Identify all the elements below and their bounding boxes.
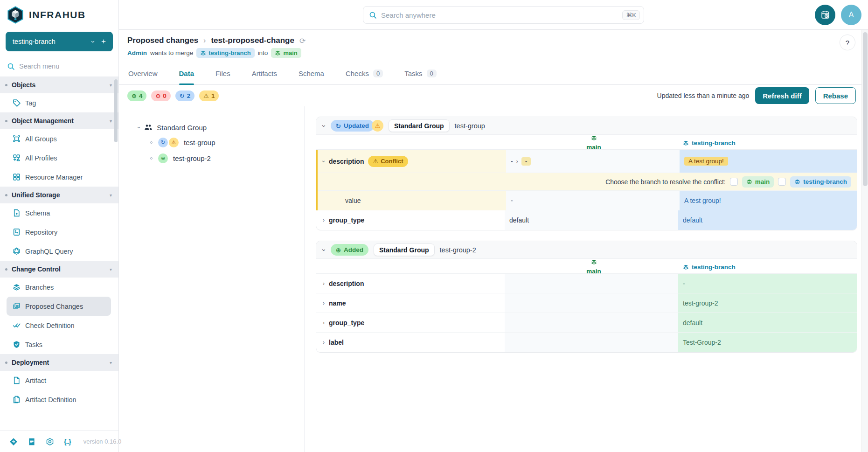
chevron-right-icon[interactable]: › <box>323 217 325 223</box>
branch-icon <box>200 50 206 56</box>
attribute-row-label[interactable]: › label Test-Group-2 <box>316 333 857 352</box>
logo[interactable]: INFRAHUB <box>0 0 118 30</box>
tab-schema[interactable]: Schema <box>299 63 324 84</box>
rebase-button[interactable]: Rebase <box>815 87 856 104</box>
avatar-initial: A <box>849 11 854 19</box>
chevron-down-icon[interactable]: › <box>321 160 326 162</box>
attribute-row-group-type[interactable]: › group_type default default <box>316 210 857 230</box>
sidebar-item-artifact-definition[interactable]: Artifact Definition <box>7 390 111 409</box>
attribute-row-group-type[interactable]: › group_type default <box>316 313 857 333</box>
author-link[interactable]: Admin <box>127 49 147 56</box>
main-option-pill[interactable]: main <box>742 176 774 188</box>
git-icon[interactable] <box>9 438 18 446</box>
column-testing-branch: testing-branch <box>678 139 857 146</box>
tab-files[interactable]: Files <box>215 63 230 84</box>
refresh-diff-button[interactable]: Refresh diff <box>755 87 809 104</box>
option-label: main <box>755 178 770 185</box>
attribute-row-description[interactable]: › description ⚠Conflict - › - A test gro… <box>318 150 857 173</box>
testing-branch-option-pill[interactable]: testing-branch <box>790 176 851 188</box>
tree-node-label: Standard Group <box>157 124 207 132</box>
main-checkbox[interactable] <box>730 178 738 186</box>
sidebar-item-label: Proposed Changes <box>25 303 83 310</box>
sidebar-item-tasks[interactable]: Tasks <box>7 335 111 354</box>
main-value-cell: - <box>506 191 680 210</box>
branch-icon <box>591 135 597 141</box>
nav-group-object-management[interactable]: Object Management ▾ <box>0 112 118 129</box>
help-button[interactable]: ? <box>840 35 855 50</box>
tab-tasks[interactable]: Tasks0 <box>404 63 437 84</box>
updated-badge-icon: ↻ <box>158 138 168 147</box>
sidebar-item-proposed-changes[interactable]: Proposed Changes <box>7 297 111 316</box>
tab-checks[interactable]: Checks0 <box>346 63 383 84</box>
chevron-right-icon[interactable]: › <box>323 281 325 286</box>
scrollbar-thumb[interactable] <box>863 32 868 186</box>
sidebar-item-check-definition[interactable]: Check Definition <box>7 316 111 335</box>
merge-text: wants to merge <box>150 49 193 56</box>
nav-group-objects[interactable]: Objects ▾ <box>0 76 118 93</box>
attribute-name: group_type <box>329 319 364 327</box>
attribute-row-description[interactable]: › description - <box>316 274 857 293</box>
tasks-calendar-button[interactable] <box>815 5 835 25</box>
avatar[interactable]: A <box>841 5 861 25</box>
refresh-icon[interactable]: ⟳ <box>299 36 306 45</box>
tree-node-test-group-2[interactable]: ⊕ test-group-2 <box>150 153 304 163</box>
chevron-right-icon[interactable]: › <box>323 320 325 326</box>
tab-artifacts[interactable]: Artifacts <box>252 63 277 84</box>
value: - <box>511 197 513 204</box>
nav-group-deployment[interactable]: Deployment ▾ <box>0 354 118 371</box>
tab-data[interactable]: Data <box>179 63 194 84</box>
nav-group-change-control[interactable]: Change Control ▾ <box>0 261 118 278</box>
value: - <box>683 280 685 287</box>
add-branch-button[interactable]: + <box>101 37 106 46</box>
target-branch-badge[interactable]: main <box>271 48 301 58</box>
nav-group-unified-storage[interactable]: Unified Storage ▾ <box>0 187 118 203</box>
sidebar-item-branches[interactable]: Branches <box>7 278 111 297</box>
sync-icon: ↻ <box>336 122 341 130</box>
sidebar-item-all-groups[interactable]: All Groups <box>7 129 111 148</box>
chevron-right-icon[interactable]: › <box>323 300 325 306</box>
diff-card-header[interactable]: › ⊕Added Standard Group test-group-2 <box>316 241 857 259</box>
caret-down-icon: ▾ <box>110 83 112 88</box>
added-count: 4 <box>139 92 143 99</box>
sidebar-item-repository[interactable]: Repository <box>7 223 111 242</box>
source-branch-badge[interactable]: testing-branch <box>196 48 254 58</box>
sidebar-item-all-profiles[interactable]: All Profiles <box>7 148 111 167</box>
column-main: main <box>505 135 678 151</box>
chevron-down-icon[interactable]: › <box>321 125 327 127</box>
page-scrollbar[interactable] <box>861 30 868 452</box>
bullet-icon <box>5 268 7 271</box>
breadcrumb-root[interactable]: Proposed changes <box>127 36 198 45</box>
nav-group-label: Objects <box>12 81 35 89</box>
global-search[interactable]: ⌘K <box>363 6 644 24</box>
graphql-sandbox-icon[interactable] <box>46 438 54 446</box>
branch-selector[interactable]: testing-branch › + <box>6 32 113 51</box>
branch-selector-value: testing-branch <box>13 38 92 45</box>
tree-node-test-group[interactable]: ↻ ⚠ test-group <box>150 138 304 147</box>
removed-count-badge: ⊖0 <box>151 90 170 101</box>
sidebar-item-label: GraphQL Query <box>25 248 73 255</box>
global-search-input[interactable] <box>381 11 618 19</box>
chevron-right-icon[interactable]: › <box>323 340 325 345</box>
sidebar-item-tag[interactable]: Tag <box>7 93 111 112</box>
diff-card-header[interactable]: › ↻Updated ⚠ Standard Group test-group <box>316 117 857 135</box>
sidebar-item-graphql-query[interactable]: GraphQL Query <box>7 242 111 261</box>
sidebar-scrollbar[interactable] <box>114 79 118 142</box>
sidebar-item-schema[interactable]: Schema <box>7 203 111 223</box>
sidebar-item-artifact[interactable]: Artifact <box>7 371 111 390</box>
menu-search-input[interactable] <box>19 63 98 70</box>
chevron-down-icon: › <box>136 126 142 128</box>
testing-branch-checkbox[interactable] <box>778 178 786 186</box>
sidebar-item-resource-manager[interactable]: Resource Manager <box>7 167 111 187</box>
menu-search[interactable] <box>0 56 118 76</box>
bullet-icon <box>5 362 7 364</box>
docs-icon[interactable] <box>28 438 36 446</box>
tree-node-standard-group[interactable]: › Standard Group <box>138 123 304 132</box>
attribute-row-name[interactable]: › name test-group-2 <box>316 293 857 313</box>
branch-value-chip: A test group! <box>684 157 728 166</box>
tab-overview[interactable]: Overview <box>128 63 158 84</box>
new-value-chip: - <box>521 157 531 166</box>
chevron-down-icon[interactable]: › <box>321 249 327 251</box>
tabs: Overview Data Files Artifacts Schema Che… <box>119 63 868 85</box>
swagger-icon[interactable]: {..} <box>64 438 71 445</box>
toolbar-right: Updated less than a minute ago Refresh d… <box>657 87 856 104</box>
